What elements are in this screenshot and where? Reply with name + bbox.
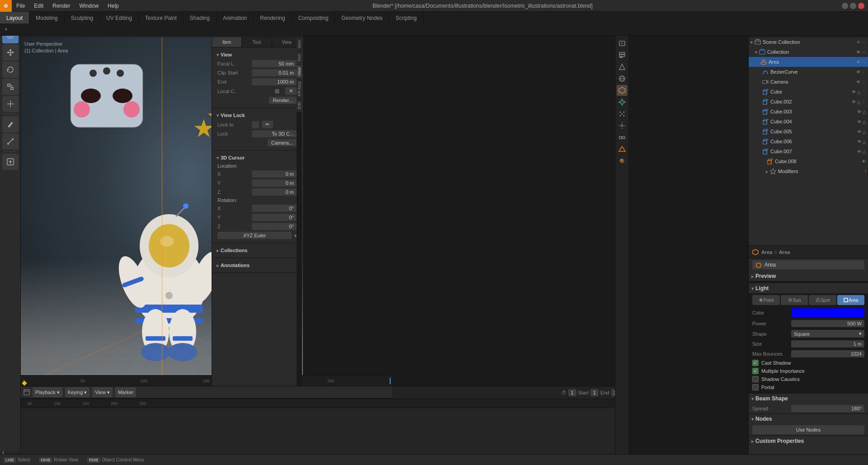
- props-world-btn[interactable]: [617, 73, 627, 84]
- tab-scripting[interactable]: Scripting: [389, 12, 424, 24]
- side-tab-edit[interactable]: Edit: [297, 99, 302, 112]
- outliner-collection[interactable]: ▾ Collection 👁 ↔: [749, 47, 868, 57]
- tab-modeling[interactable]: Modeling: [29, 12, 65, 24]
- use-nodes-btn[interactable]: Use Nodes: [752, 425, 864, 434]
- light-type-point[interactable]: Point: [752, 295, 780, 305]
- outliner-cube006[interactable]: Cube.006 👁 △: [749, 136, 868, 146]
- breadcrumb-part1[interactable]: Area: [761, 249, 772, 255]
- light-type-spot[interactable]: Spot: [809, 295, 836, 305]
- light-section-header[interactable]: ▾ Light: [749, 283, 868, 293]
- cube003-type[interactable]: △: [863, 109, 866, 114]
- light-type-area[interactable]: Area: [837, 295, 865, 305]
- n-tab-tool[interactable]: Tool: [242, 37, 272, 47]
- spread-value[interactable]: 180°: [791, 405, 864, 412]
- maximize-btn[interactable]: [850, 3, 856, 9]
- props-scene-btn[interactable]: [617, 61, 627, 72]
- props-data-btn[interactable]: [617, 144, 627, 155]
- tab-layout[interactable]: Layout: [0, 12, 29, 24]
- cursor-rz-value[interactable]: 0°: [252, 223, 297, 230]
- lock-3d-value[interactable]: To 3D C...: [252, 130, 297, 137]
- tab-geometry-nodes[interactable]: Geometry Nodes: [335, 12, 389, 24]
- side-tab-pr-loca[interactable]: PR loca: [297, 79, 302, 99]
- cube004-type[interactable]: △: [863, 119, 866, 124]
- cursor-x-value[interactable]: 0 m: [252, 170, 297, 178]
- portal-cb[interactable]: [752, 384, 759, 390]
- toolbar-annotate[interactable]: [2, 116, 19, 132]
- focal-value[interactable]: 50 mm: [252, 60, 297, 67]
- toolbar-add[interactable]: [2, 154, 19, 170]
- area-select[interactable]: ↔: [862, 60, 866, 65]
- object-name-field[interactable]: Area: [752, 260, 864, 269]
- scene-coll-select[interactable]: ↔: [862, 40, 866, 45]
- cursor-header[interactable]: ▾ 3D Cursor: [216, 153, 298, 162]
- camera-lock-btn[interactable]: Camera...: [268, 139, 297, 146]
- camera-more[interactable]: ⋮: [862, 80, 866, 85]
- tab-texture-paint[interactable]: Texture Paint: [139, 12, 184, 24]
- cube-vis[interactable]: 👁: [852, 89, 856, 94]
- coll-vis[interactable]: 👁: [856, 50, 861, 55]
- lock-to-icon[interactable]: [252, 121, 259, 128]
- current-frame-field[interactable]: 1: [568, 389, 576, 396]
- outliner-scene-collection[interactable]: ▾ Scene Collection 👁 ↔: [749, 37, 868, 47]
- menu-file[interactable]: File: [12, 0, 29, 11]
- cube006-vis[interactable]: 👁: [857, 139, 862, 144]
- props-physics-btn[interactable]: [617, 120, 627, 131]
- cube-type[interactable]: △: [857, 89, 861, 94]
- minimize-btn[interactable]: [842, 3, 848, 9]
- view-header[interactable]: ▾ View: [216, 50, 298, 59]
- props-material-btn[interactable]: [617, 155, 627, 166]
- close-local-cam[interactable]: ✕: [285, 87, 297, 95]
- custom-props-header[interactable]: ▸ Custom Properties: [749, 436, 868, 446]
- collections-header[interactable]: ▸ Collections: [216, 246, 298, 255]
- props-constraints-btn[interactable]: [617, 132, 627, 143]
- n-tab-item[interactable]: Item: [212, 37, 242, 47]
- side-tab-item[interactable]: Item: [297, 37, 302, 51]
- start-frame-field[interactable]: 1: [590, 389, 599, 396]
- props-object-btn[interactable]: [617, 85, 627, 96]
- playback-dropdown[interactable]: Playback▾: [33, 387, 62, 397]
- cast-shadow-cb[interactable]: ✓: [752, 360, 759, 366]
- scene-coll-vis[interactable]: 👁: [856, 40, 861, 45]
- cursor-ry-value[interactable]: 0°: [252, 214, 297, 221]
- coll-select[interactable]: ↔: [862, 50, 866, 55]
- local-cam-toggle[interactable]: [252, 87, 283, 95]
- max-bounces-value[interactable]: 1024: [791, 350, 864, 357]
- outliner-modifiers[interactable]: ▸ Modifiers !: [749, 166, 868, 176]
- cube003-vis[interactable]: 👁: [857, 109, 862, 114]
- toolbar-scale[interactable]: [2, 79, 19, 95]
- toolbar-rotate[interactable]: [2, 61, 19, 78]
- view-dropdown[interactable]: View▾: [92, 387, 113, 397]
- camera-vis[interactable]: 👁: [856, 80, 861, 85]
- cursor-y-value[interactable]: 0 m: [252, 179, 297, 187]
- render-btn[interactable]: Render...: [269, 97, 297, 104]
- cube-more[interactable]: ⋮: [862, 89, 866, 94]
- close-btn[interactable]: [858, 3, 864, 9]
- toolbar-move[interactable]: [2, 44, 19, 61]
- tab-shading[interactable]: Shading: [184, 12, 217, 24]
- toolbar-measure[interactable]: [2, 133, 19, 150]
- clip-end-value[interactable]: 1000 m: [252, 78, 297, 85]
- beam-shape-header[interactable]: ▾ Beam Shape: [749, 394, 868, 404]
- shadow-caustics-cb[interactable]: [752, 376, 759, 382]
- cube002-vis[interactable]: 👁: [852, 99, 856, 104]
- cube004-vis[interactable]: 👁: [857, 119, 862, 124]
- cube007-type[interactable]: △: [863, 149, 866, 154]
- cube005-type[interactable]: △: [863, 129, 866, 134]
- outliner-bezier[interactable]: BezierCurve 👁 ⋮: [749, 67, 868, 77]
- mod-warning[interactable]: !: [865, 169, 866, 174]
- cube007-vis[interactable]: 👁: [857, 149, 862, 154]
- nodes-header[interactable]: ▾ Nodes: [749, 414, 868, 424]
- euler-mode-dropdown[interactable]: XYZ Euler: [217, 232, 292, 239]
- area-vis[interactable]: 👁: [856, 60, 861, 65]
- view-lock-header[interactable]: ▾ View Lock: [216, 111, 298, 120]
- cube006-type[interactable]: △: [863, 139, 866, 144]
- props-view-layer-btn[interactable]: [617, 50, 627, 61]
- menu-help[interactable]: Help: [103, 0, 123, 11]
- color-swatch[interactable]: [791, 308, 864, 317]
- bezier-more[interactable]: ⋮: [862, 70, 866, 75]
- cube005-vis[interactable]: 👁: [857, 129, 862, 134]
- cursor-rx-value[interactable]: 0°: [252, 205, 297, 212]
- tab-animation[interactable]: Animation: [217, 12, 254, 24]
- outliner-camera[interactable]: Camera 👁 ⋮: [749, 77, 868, 87]
- tab-rendering[interactable]: Rendering: [254, 12, 292, 24]
